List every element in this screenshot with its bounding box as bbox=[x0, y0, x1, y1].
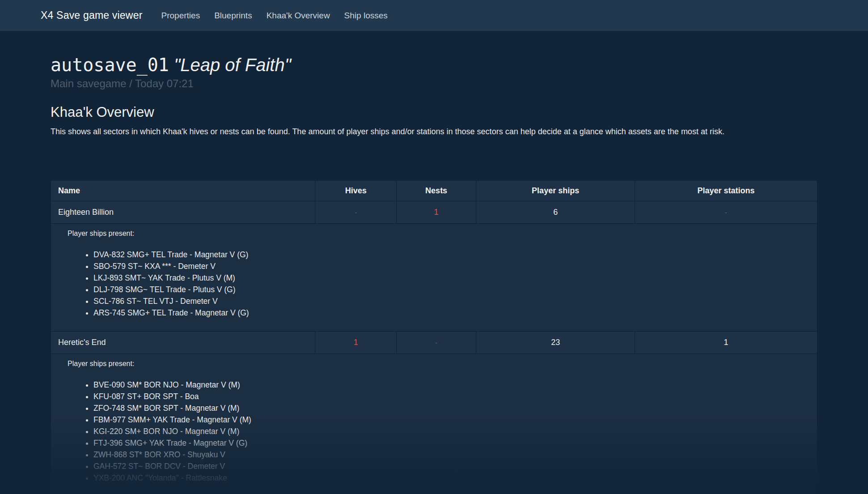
hives-count: - bbox=[315, 201, 397, 223]
ship-list-item: SCL-786 ST~ TEL VTJ - Demeter V bbox=[93, 295, 810, 307]
detail-cell: Player ships present: BVE-090 SM* BOR NJ… bbox=[51, 353, 817, 494]
table-header-row: Name Hives Nests Player ships Player sta… bbox=[51, 180, 817, 201]
ship-list: BVE-090 SM* BOR NJO - Magnetar V (M) KFU… bbox=[68, 379, 810, 484]
ship-list-item: DVA-832 SMG+ TEL Trade - Magnetar V (G) bbox=[93, 249, 810, 260]
ship-list-item: KGI-220 SM+ BOR NJO - Magnetar V (M) bbox=[93, 426, 810, 437]
column-header-hives: Hives bbox=[315, 180, 397, 201]
ship-list-item: BVE-090 SM* BOR NJO - Magnetar V (M) bbox=[93, 379, 810, 391]
ship-list-item: SBO-579 ST~ KXA *** - Demeter V bbox=[93, 260, 810, 272]
column-header-nests: Nests bbox=[397, 180, 476, 201]
column-header-player-ships: Player ships bbox=[476, 180, 635, 201]
column-header-player-stations: Player stations bbox=[635, 180, 817, 201]
ship-list-item: GAH-572 ST~ BOR DCV - Demeter V bbox=[93, 460, 810, 472]
detail-cell: Player ships present: DVA-832 SMG+ TEL T… bbox=[51, 223, 817, 331]
nav-item-ship-losses[interactable]: Ship losses bbox=[339, 11, 394, 21]
column-header-name: Name bbox=[51, 180, 315, 201]
ship-list: DVA-832 SMG+ TEL Trade - Magnetar V (G) … bbox=[68, 249, 810, 319]
main-content: autosave_01 "Leap of Faith" Main savegam… bbox=[51, 31, 817, 494]
nests-count: - bbox=[397, 331, 476, 353]
sector-row-heretics-end[interactable]: Heretic's End 1 - 23 1 bbox=[51, 331, 817, 353]
save-name: autosave_01 bbox=[51, 55, 169, 75]
save-quote: "Leap of Faith" bbox=[174, 55, 291, 75]
ship-list-item: LKJ-893 SMT~ YAK Trade - Plutus V (M) bbox=[93, 272, 810, 284]
nav-item-blueprints[interactable]: Blueprints bbox=[208, 11, 258, 21]
sector-name: Eighteen Billion bbox=[51, 201, 315, 223]
sector-name: Heretic's End bbox=[51, 331, 315, 353]
hives-count: 1 bbox=[315, 331, 397, 353]
ship-list-item: KFU-087 ST+ BOR SPT - Boa bbox=[93, 391, 810, 402]
player-stations-count: - bbox=[635, 201, 817, 223]
player-ships-count: 6 bbox=[476, 201, 635, 223]
app-brand[interactable]: X4 Save game viewer bbox=[41, 9, 143, 21]
ship-list-item: ZWH-868 ST* BOR XRO - Shuyaku V bbox=[93, 449, 810, 460]
nav-item-properties[interactable]: Properties bbox=[156, 11, 206, 21]
nests-count: 1 bbox=[397, 201, 476, 223]
nav-links: Properties Blueprints Khaa'k Overview Sh… bbox=[156, 11, 396, 21]
khaak-overview-table: Name Hives Nests Player ships Player sta… bbox=[51, 180, 817, 494]
ships-present-label: Player ships present: bbox=[68, 359, 810, 368]
save-subtitle: Main savegame / Today 07:21 bbox=[51, 77, 817, 90]
sector-row-eighteen-billion[interactable]: Eighteen Billion - 1 6 - bbox=[51, 201, 817, 223]
section-heading: Khaa'k Overview bbox=[51, 104, 817, 120]
ships-present-label: Player ships present: bbox=[68, 229, 810, 238]
player-ships-count: 23 bbox=[476, 331, 635, 353]
ship-list-item: ARS-745 SMG+ TEL Trade - Magnetar V (G) bbox=[93, 307, 810, 319]
ship-list-item: FBM-977 SMM+ YAK Trade - Magnetar V (M) bbox=[93, 414, 810, 426]
detail-row-eighteen-billion: Player ships present: DVA-832 SMG+ TEL T… bbox=[51, 223, 817, 331]
ship-list-item: YXB-200 ANC "Yolanda" - Rattlesnake bbox=[93, 472, 810, 484]
page-title: autosave_01 "Leap of Faith" bbox=[51, 54, 817, 76]
detail-row-heretics-end: Player ships present: BVE-090 SM* BOR NJ… bbox=[51, 353, 817, 494]
ship-list-item: DLJ-798 SMG~ TEL Trade - Plutus V (G) bbox=[93, 284, 810, 295]
section-description: This shows all sectors in which Khaa'k h… bbox=[51, 126, 817, 138]
nav-item-khaak-overview[interactable]: Khaa'k Overview bbox=[261, 11, 336, 21]
ship-list-item: ZFO-748 SM* BOR SPT - Magnetar V (M) bbox=[93, 402, 810, 414]
top-navbar: X4 Save game viewer Properties Blueprint… bbox=[0, 0, 868, 31]
ship-list-item: FTJ-396 SMG+ YAK Trade - Magnetar V (G) bbox=[93, 437, 810, 449]
player-stations-count: 1 bbox=[635, 331, 817, 353]
